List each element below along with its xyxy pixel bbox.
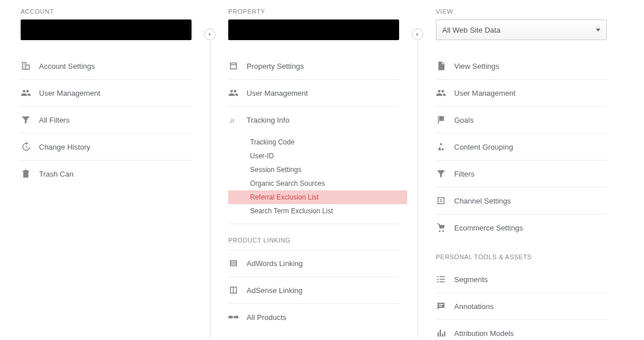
nav-label: Ecommerce Settings xyxy=(454,224,523,232)
nav-property-user-management[interactable]: User Management xyxy=(228,80,399,107)
nav-label: User Management xyxy=(454,89,516,97)
nav-all-filters[interactable]: All Filters xyxy=(21,107,192,134)
nav-property-settings[interactable]: Property Settings xyxy=(228,53,399,80)
js-icon: .js xyxy=(228,115,247,125)
chevron-right-icon xyxy=(412,29,423,40)
nav-label: Account Settings xyxy=(39,62,95,71)
flag-icon xyxy=(436,115,454,125)
grouping-icon xyxy=(436,142,454,152)
square-icon xyxy=(228,61,247,71)
nav-label: All Filters xyxy=(39,116,69,124)
nav-label: Annotations xyxy=(454,302,494,311)
attribution-icon xyxy=(436,328,454,338)
nav-label: All Products xyxy=(247,313,286,322)
column-view: VIEW All Web Site Data View Settings Use… xyxy=(436,8,607,340)
funnel-icon xyxy=(436,169,454,179)
nav-goals[interactable]: Goals xyxy=(436,107,607,134)
chevron-right-icon xyxy=(204,29,216,40)
nav-label: Tracking Info xyxy=(247,116,290,124)
arrow-account-to-property xyxy=(192,8,228,40)
nav-ecommerce-settings[interactable]: Ecommerce Settings xyxy=(436,214,607,241)
nav-account-user-management[interactable]: User Management xyxy=(21,80,192,107)
nav-label: Property Settings xyxy=(247,62,304,71)
nav-tracking-info[interactable]: .js Tracking Info xyxy=(228,107,399,133)
column-label-account: ACCOUNT xyxy=(21,8,192,15)
nav-label: User Management xyxy=(247,89,308,97)
nav-adwords-linking[interactable]: AdWords Linking xyxy=(228,250,399,277)
column-label-property: PROPERTY xyxy=(228,8,399,15)
nav-channel-settings[interactable]: Channel Settings xyxy=(436,187,607,214)
arrow-property-to-view xyxy=(399,8,436,40)
sub-session-settings[interactable]: Session Settings xyxy=(248,163,399,177)
sub-tracking-code[interactable]: Tracking Code xyxy=(248,135,399,149)
nav-label: Attribution Models xyxy=(454,329,514,338)
history-icon xyxy=(21,142,39,152)
tracking-info-sublist: Tracking Code User-ID Session Settings O… xyxy=(228,133,399,224)
nav-label: Filters xyxy=(454,170,474,178)
section-product-linking: PRODUCT LINKING xyxy=(228,224,399,250)
section-personal-tools: PERSONAL TOOLS & ASSETS xyxy=(436,241,607,266)
nav-attribution-models[interactable]: Attribution Models xyxy=(436,320,607,340)
nav-label: Segments xyxy=(454,275,488,284)
caret-down-icon xyxy=(596,29,600,32)
nav-annotations[interactable]: Annotations xyxy=(436,293,607,320)
users-icon xyxy=(436,88,454,98)
column-property: PROPERTY Property Settings User Manageme… xyxy=(228,8,399,330)
channel-icon xyxy=(436,196,454,206)
nav-label: Content Grouping xyxy=(454,143,513,151)
adwords-icon xyxy=(228,258,247,268)
nav-label: User Management xyxy=(39,89,100,97)
nav-label: Channel Settings xyxy=(454,197,511,205)
nav-change-history[interactable]: Change History xyxy=(21,134,192,161)
nav-all-products[interactable]: All Products xyxy=(228,304,399,330)
nav-account-settings[interactable]: Account Settings xyxy=(21,53,192,80)
nav-segments[interactable]: Segments xyxy=(436,266,607,293)
funnel-icon xyxy=(21,115,39,125)
segments-icon xyxy=(436,274,454,284)
account-selector[interactable] xyxy=(21,19,192,40)
annotations-icon xyxy=(436,301,454,311)
nav-content-grouping[interactable]: Content Grouping xyxy=(436,134,607,161)
cart-icon xyxy=(436,222,454,233)
column-label-view: VIEW xyxy=(436,8,607,15)
nav-label: AdWords Linking xyxy=(247,259,303,268)
trash-icon xyxy=(21,169,39,179)
sub-referral-exclusion-list[interactable]: Referral Exclusion List xyxy=(228,190,407,204)
nav-label: Change History xyxy=(39,143,91,151)
users-icon xyxy=(21,88,39,98)
nav-label: Trash Can xyxy=(39,170,73,178)
view-selector[interactable]: All Web Site Data xyxy=(436,19,607,40)
nav-view-filters[interactable]: Filters xyxy=(436,161,607,187)
building-icon xyxy=(21,61,39,71)
nav-label: AdSense Linking xyxy=(247,286,303,295)
column-account: ACCOUNT Account Settings User Management… xyxy=(21,8,192,187)
view-selector-value: All Web Site Data xyxy=(442,26,501,34)
users-icon xyxy=(228,88,247,98)
property-selector[interactable] xyxy=(228,19,399,40)
link-icon xyxy=(228,312,247,322)
sub-search-term-exclusion-list[interactable]: Search Term Exclusion List xyxy=(248,204,399,218)
nav-label: View Settings xyxy=(454,62,499,71)
adsense-icon xyxy=(228,285,247,295)
svg-text:.js: .js xyxy=(229,117,235,123)
sub-organic-search-sources[interactable]: Organic Search Sources xyxy=(248,177,399,190)
page-icon xyxy=(436,61,454,71)
nav-view-settings[interactable]: View Settings xyxy=(436,53,607,80)
nav-label: Goals xyxy=(454,116,474,124)
nav-view-user-management[interactable]: User Management xyxy=(436,80,607,107)
nav-trash-can[interactable]: Trash Can xyxy=(21,161,192,187)
sub-user-id[interactable]: User-ID xyxy=(248,149,399,163)
nav-adsense-linking[interactable]: AdSense Linking xyxy=(228,277,399,304)
